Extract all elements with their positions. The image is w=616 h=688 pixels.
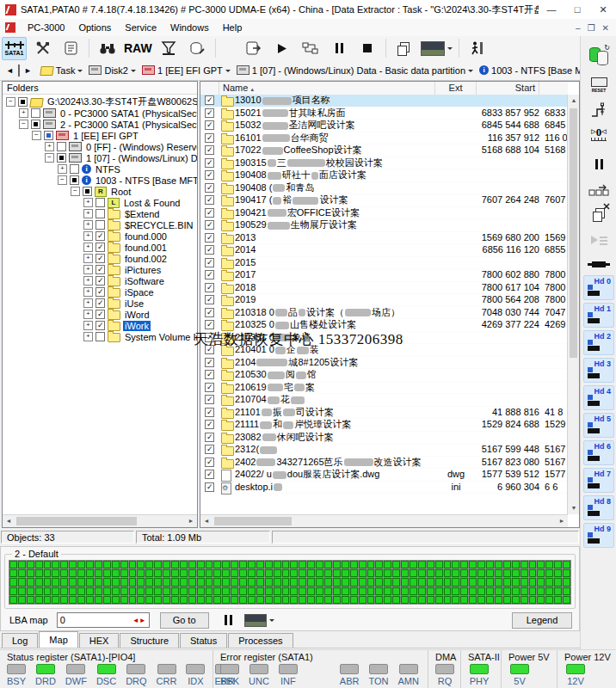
- row-checkbox[interactable]: [205, 383, 214, 392]
- pause-drive-button[interactable]: [587, 153, 611, 175]
- tree-item[interactable]: +0 - PC3000 SATA1 (PhysicalSector = 4096…: [3, 108, 197, 119]
- legend-button[interactable]: Legend: [512, 612, 572, 629]
- table-row[interactable]: 20146856 116 1206855 6: [200, 244, 568, 257]
- menu-options[interactable]: Options: [71, 21, 118, 34]
- expand-toggle-icon[interactable]: +: [58, 164, 67, 174]
- table-row[interactable]: 17022CoffeeShop设计案5168 688 1045168 4: [200, 144, 568, 157]
- view-mode-button[interactable]: [420, 37, 453, 60]
- expand-toggle-icon[interactable]: −: [19, 120, 28, 129]
- tree-item[interactable]: −2 - PC3000 SATA1 (PhysicalSector = 4096…: [3, 119, 197, 130]
- reset-button[interactable]: RESET: [587, 74, 611, 96]
- table-row[interactable]: 190417 (裕设计案7607 264 2487607 0: [200, 194, 568, 207]
- tree-checkbox[interactable]: [95, 220, 105, 230]
- scroll-down-icon[interactable]: ▼: [568, 502, 580, 514]
- lba-block-map[interactable]: [9, 560, 571, 605]
- select-column-header[interactable]: [200, 82, 219, 95]
- tree-checkbox[interactable]: [70, 175, 79, 185]
- scroll-up-icon[interactable]: ▲: [568, 95, 580, 107]
- tree-checkbox[interactable]: [57, 142, 66, 151]
- row-checkbox[interactable]: [205, 458, 214, 467]
- close-button[interactable]: ✕: [590, 1, 616, 19]
- menu-windows[interactable]: Windows: [163, 21, 216, 34]
- lba-spinner-icon[interactable]: ◄►: [132, 617, 146, 624]
- table-row[interactable]: 210318 0品设计案（场店）7048 030 7447047 7: [200, 307, 568, 320]
- tree-checkbox[interactable]: [95, 332, 105, 341]
- nav-item-disk[interactable]: Disk2: [89, 65, 136, 76]
- row-checkbox[interactable]: [205, 220, 214, 230]
- tab-status[interactable]: Status: [180, 633, 227, 648]
- tree-item[interactable]: +System Volume Informati: [3, 331, 197, 342]
- search-raw-button[interactable]: [95, 37, 120, 60]
- chip-transfer-button[interactable]: [587, 179, 611, 201]
- expand-toggle-icon[interactable]: +: [83, 287, 93, 297]
- table-row[interactable]: 2015: [200, 257, 568, 270]
- table-row[interactable]: desktop.iini6 960 3046 6: [200, 482, 568, 494]
- row-checkbox[interactable]: [205, 470, 214, 479]
- utility-tools-button[interactable]: [30, 37, 55, 60]
- tree-item[interactable]: −RRoot: [3, 186, 197, 197]
- nav-item-folder[interactable]: Task: [40, 64, 83, 76]
- table-row[interactable]: 20177800 602 8807800 3: [200, 269, 568, 282]
- nav-item-info[interactable]: i1003 - NTFS [Base MFT: [479, 65, 594, 76]
- start-button[interactable]: [270, 37, 295, 60]
- tree-item[interactable]: +iWord: [3, 309, 197, 320]
- expand-toggle-icon[interactable]: +: [83, 198, 93, 207]
- tree-item[interactable]: +LLost & Found: [3, 197, 197, 208]
- hd-button-3[interactable]: Hd 3: [583, 358, 614, 383]
- tree-item[interactable]: +found.000: [3, 230, 197, 242]
- row-checkbox[interactable]: [205, 133, 214, 143]
- tree-checkbox[interactable]: [95, 265, 105, 274]
- expand-toggle-icon[interactable]: +: [83, 231, 93, 241]
- table-row[interactable]: 21101振司设计案41 888 81641 8: [200, 407, 568, 420]
- tree-checkbox[interactable]: [95, 231, 105, 241]
- hd-button-2[interactable]: Hd 2: [583, 330, 614, 355]
- exit-button[interactable]: [465, 37, 490, 60]
- scrollbar-thumb[interactable]: [214, 517, 292, 525]
- tree-item[interactable]: +0 [FF] - (Windows) Reserved - Micro: [3, 141, 197, 152]
- table-row[interactable]: 190315三校校园设计案: [200, 157, 568, 170]
- history-doc-icon[interactable]: [18, 64, 20, 77]
- ext-column-header[interactable]: Ext: [435, 82, 477, 95]
- expand-toggle-icon[interactable]: +: [83, 254, 93, 263]
- extra-column-header[interactable]: [539, 82, 570, 95]
- row-checkbox[interactable]: [205, 283, 214, 292]
- hd-button-7[interactable]: Hd 7: [583, 468, 614, 493]
- menu-help[interactable]: Help: [216, 21, 249, 34]
- tree-item[interactable]: +$RECYCLE.BIN: [3, 219, 197, 230]
- tree-checkbox[interactable]: [57, 153, 66, 163]
- row-checkbox[interactable]: [205, 183, 214, 193]
- expand-toggle-icon[interactable]: +: [83, 209, 93, 218]
- table-row[interactable]: 190408 (和青岛: [200, 182, 568, 195]
- sata1-port-button[interactable]: SATA1: [2, 37, 27, 60]
- tree-checkbox[interactable]: [95, 276, 105, 286]
- row-checkbox[interactable]: [205, 208, 214, 218]
- back-button[interactable]: ◄: [3, 66, 16, 75]
- table-row[interactable]: 24022/ udou服装店设计案.dwgdwg1577 539 5121577…: [200, 469, 568, 482]
- row-checkbox[interactable]: [205, 108, 214, 118]
- table-row[interactable]: 190421宏OFFICE设计案: [200, 207, 568, 220]
- table-row[interactable]: 20197800 564 2087800 3: [200, 294, 568, 307]
- expand-toggle-icon[interactable]: −: [71, 187, 80, 196]
- scroll-right-icon[interactable]: ►: [556, 515, 568, 527]
- table-row[interactable]: 190529生物展厅设计案: [200, 219, 568, 232]
- folders-horizontal-scrollbar[interactable]: ◄ ►: [3, 514, 197, 527]
- tab-map[interactable]: Map: [39, 631, 77, 648]
- tree-checkbox[interactable]: [18, 97, 28, 107]
- tree-checkbox[interactable]: [70, 164, 79, 174]
- hd-button-9[interactable]: Hd 9: [583, 523, 614, 548]
- copy-results-button[interactable]: [391, 37, 416, 60]
- tree-item[interactable]: +$Extend: [3, 208, 197, 219]
- mdi-close-button[interactable]: ✕: [602, 23, 609, 33]
- row-checkbox[interactable]: [205, 320, 214, 329]
- expand-toggle-icon[interactable]: +: [83, 310, 93, 319]
- hd-button-0[interactable]: Hd 0: [583, 275, 614, 300]
- table-row[interactable]: 2402343271265芭乐改造设计案5167 823 0805167 5: [200, 457, 568, 470]
- table-row[interactable]: 210530阅馆: [200, 369, 568, 382]
- table-row[interactable]: 15032圣洁网吧设计案6845 544 6886845 2: [200, 120, 568, 132]
- minimize-button[interactable]: —: [539, 1, 564, 19]
- expand-toggle-icon[interactable]: −: [45, 153, 54, 163]
- name-column-header[interactable]: Name ▴: [219, 82, 435, 95]
- expand-toggle-icon[interactable]: +: [83, 298, 93, 308]
- expand-toggle-icon[interactable]: −: [6, 97, 15, 107]
- mdi-minimize-button[interactable]: –: [576, 23, 581, 33]
